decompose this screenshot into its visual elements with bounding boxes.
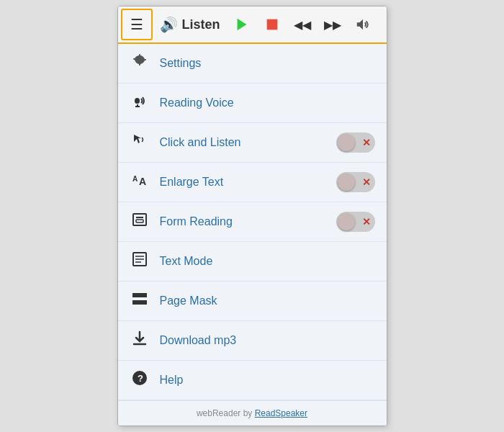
menu-item-enlarge-text[interactable]: A A Enlarge Text ✕ (118, 163, 387, 202)
form-reading-toggle[interactable]: ✕ (336, 212, 375, 232)
svg-text:A: A (132, 175, 138, 183)
toggle-thumb (338, 174, 355, 191)
menu-button[interactable]: ☰ (121, 9, 153, 40)
stop-button[interactable] (258, 10, 287, 39)
settings-label: Settings (160, 57, 375, 70)
readspeaker-link[interactable]: ReadSpeaker (255, 408, 307, 418)
download-icon (130, 330, 150, 351)
settings-button[interactable] (379, 10, 387, 39)
svg-marker-0 (237, 19, 246, 31)
menu-item-form-reading[interactable]: Form Reading ✕ (118, 202, 387, 242)
help-icon: ? (130, 369, 150, 391)
svg-marker-2 (356, 19, 362, 30)
toggle-track: ✕ (336, 212, 375, 232)
menu-icon: ☰ (130, 16, 143, 33)
page-mask-label: Page Mask (160, 294, 375, 307)
menu-item-download-mp3[interactable]: Download mp3 (118, 321, 387, 361)
download-mp3-label: Download mp3 (160, 334, 375, 347)
svg-point-6 (138, 60, 141, 63)
toggle-thumb (338, 213, 355, 230)
toggle-thumb (338, 134, 355, 151)
footer-text: webReader by (197, 408, 255, 418)
play-icon (234, 17, 250, 32)
listen-label-group: 🔊 Listen (154, 16, 226, 33)
page-mask-icon (130, 290, 150, 312)
footer: webReader by ReadSpeaker (118, 400, 387, 426)
svg-rect-7 (135, 98, 140, 104)
toolbar: ☰ 🔊 Listen ◀◀ ▶▶ (118, 6, 387, 44)
menu-item-reading-voice[interactable]: Reading Voice (118, 84, 387, 123)
menu-item-click-listen[interactable]: Click and Listen ✕ (118, 123, 387, 163)
form-reading-icon (130, 211, 150, 233)
menu-item-help[interactable]: ? Help (118, 361, 387, 400)
enlarge-text-icon: A A (130, 171, 150, 193)
play-button[interactable] (228, 10, 256, 39)
svg-text:A: A (139, 176, 146, 187)
volume-button[interactable] (348, 10, 377, 39)
text-mode-label: Text Mode (160, 255, 375, 268)
click-listen-icon (130, 132, 150, 153)
enlarge-text-label: Enlarge Text (160, 176, 326, 189)
toggle-x-icon: ✕ (362, 138, 371, 148)
toggle-x-icon: ✕ (362, 217, 371, 227)
reading-voice-label: Reading Voice (160, 96, 375, 109)
settings-icon (130, 53, 150, 74)
volume-icon (355, 17, 371, 32)
svg-rect-1 (266, 19, 277, 30)
stop-icon (264, 17, 280, 32)
svg-text:?: ? (138, 373, 143, 384)
enlarge-text-toggle[interactable]: ✕ (336, 172, 375, 192)
reading-voice-icon (130, 92, 150, 114)
menu-item-page-mask[interactable]: Page Mask (118, 282, 387, 321)
form-reading-label: Form Reading (160, 215, 326, 228)
rewind-icon: ◀◀ (294, 18, 311, 32)
webreader-widget: ☰ 🔊 Listen ◀◀ ▶▶ (117, 6, 387, 426)
settings-wheel-icon (385, 17, 387, 32)
menu-list: Settings Reading Voice (118, 44, 387, 400)
svg-rect-14 (136, 220, 143, 222)
toggle-x-icon: ✕ (362, 177, 371, 187)
svg-rect-20 (132, 300, 147, 305)
help-label: Help (160, 374, 375, 387)
text-mode-icon (130, 251, 150, 272)
forward-button[interactable]: ▶▶ (318, 10, 347, 39)
click-listen-label: Click and Listen (160, 136, 326, 149)
toggle-track: ✕ (336, 132, 375, 153)
listen-text: Listen (182, 17, 220, 32)
rewind-button[interactable]: ◀◀ (288, 10, 317, 39)
menu-item-text-mode[interactable]: Text Mode (118, 242, 387, 282)
toggle-track: ✕ (336, 172, 375, 192)
click-listen-toggle[interactable]: ✕ (336, 132, 375, 153)
menu-item-settings[interactable]: Settings (118, 44, 387, 84)
forward-icon: ▶▶ (324, 18, 341, 32)
speaker-icon: 🔊 (160, 16, 178, 33)
svg-rect-19 (132, 293, 147, 297)
